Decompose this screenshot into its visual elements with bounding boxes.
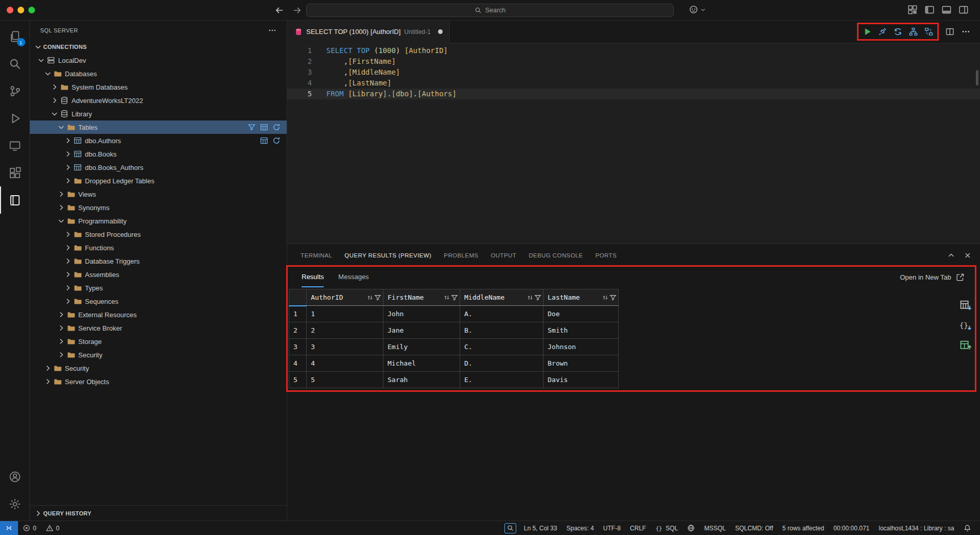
filter-icon[interactable] xyxy=(451,294,458,301)
row-number[interactable]: 2 xyxy=(289,322,307,339)
grid-cell[interactable]: Brown xyxy=(544,355,619,372)
column-header-lastname[interactable]: LastName xyxy=(544,289,619,306)
toggle-primary-sidebar-icon[interactable] xyxy=(924,5,935,15)
refresh-action-icon[interactable] xyxy=(272,123,281,131)
tree-item-localdev[interactable]: LocalDev xyxy=(30,54,287,67)
status-encoding[interactable]: UTF-8 xyxy=(599,521,625,535)
more-actions-icon[interactable] xyxy=(268,26,276,34)
sort-icon[interactable] xyxy=(527,294,534,301)
copilot-button[interactable] xyxy=(689,5,706,14)
sort-icon[interactable] xyxy=(366,294,374,301)
tree-item-dropped-ledger-tables[interactable]: Dropped Ledger Tables xyxy=(30,174,287,187)
sort-icon[interactable] xyxy=(443,294,450,301)
code-line-5[interactable]: 5FROM [Library].[dbo].[Authors] xyxy=(287,89,980,99)
grid-cell[interactable]: Michael xyxy=(383,355,460,372)
editor-tab[interactable]: SELECT TOP (1000) [AuthorID] Untitled-1 xyxy=(287,21,450,43)
close-panel-icon[interactable] xyxy=(964,251,972,260)
status-sqlcmd[interactable]: SQLCMD: Off xyxy=(730,521,778,535)
panel-tab-problems[interactable]: PROBLEMS xyxy=(444,244,478,267)
tree-item-system-databases[interactable]: System Databases xyxy=(30,80,287,94)
panel-tab-output[interactable]: OUTPUT xyxy=(491,244,516,267)
status-errors[interactable]: 0 xyxy=(18,521,41,535)
tree-item-dbo-books[interactable]: dbo.Books xyxy=(30,147,287,161)
status-zoom-indicator[interactable] xyxy=(504,523,516,533)
row-number[interactable]: 1 xyxy=(289,306,307,322)
activity-explorer[interactable]: 1 xyxy=(0,23,30,50)
tree-item-database-triggers[interactable]: Database Triggers xyxy=(30,254,287,268)
tree-item-functions[interactable]: Functions xyxy=(30,241,287,254)
row-number[interactable]: 4 xyxy=(289,355,307,372)
status-locale[interactable] xyxy=(682,521,699,535)
grid-cell[interactable]: E. xyxy=(460,372,544,388)
grid-cell[interactable]: B. xyxy=(460,322,544,339)
open-in-new-tab-button[interactable]: Open in New Tab xyxy=(900,273,965,282)
code-line-1[interactable]: 1SELECT TOP (1000) [AuthorID] xyxy=(287,45,980,56)
panel-tab-ports[interactable]: PORTS xyxy=(596,244,617,267)
status-connection[interactable]: localhost,1434 : Library : sa xyxy=(874,521,959,535)
grid-cell[interactable]: Johnson xyxy=(544,339,619,355)
tree-item-types[interactable]: Types xyxy=(30,281,287,295)
sort-icon[interactable] xyxy=(602,294,609,301)
tree-item-security[interactable]: Security xyxy=(30,361,287,375)
grid-cell[interactable]: John xyxy=(383,306,460,322)
refresh-action-icon[interactable] xyxy=(272,136,281,145)
minimize-window-button[interactable] xyxy=(18,7,24,13)
tree-item-adventureworkslt2022[interactable]: AdventureWorksLT2022 xyxy=(30,94,287,107)
maximize-panel-icon[interactable] xyxy=(947,251,955,260)
tree-item-tables[interactable]: Tables xyxy=(30,120,287,134)
activity-remote-explorer[interactable] xyxy=(0,132,30,159)
tree-item-dbo-authors[interactable]: dbo.Authors xyxy=(30,134,287,147)
tree-item-programmability[interactable]: Programmability xyxy=(30,214,287,228)
status-query-duration[interactable]: 00:00:00.071 xyxy=(829,521,874,535)
activity-run-and-debug[interactable] xyxy=(0,105,30,132)
grid-cell[interactable]: D. xyxy=(460,355,544,372)
grid-cell[interactable]: Smith xyxy=(544,322,619,339)
column-header-authorid[interactable]: AuthorID xyxy=(307,289,383,306)
filter-icon[interactable] xyxy=(374,294,381,301)
tree-item-views[interactable]: Views xyxy=(30,187,287,201)
code-line-3[interactable]: 3 ,[MiddleName] xyxy=(287,67,980,78)
connections-section-header[interactable]: CONNECTIONS xyxy=(30,40,287,54)
status-rows-affected[interactable]: 5 rows affected xyxy=(778,521,829,535)
grid-cell[interactable]: Davis xyxy=(544,372,619,388)
tree-item-server-objects[interactable]: Server Objects xyxy=(30,375,287,388)
change-connection-button[interactable] xyxy=(891,25,905,39)
save-as-excel-button[interactable] xyxy=(959,339,972,352)
disconnect-button[interactable] xyxy=(876,25,889,39)
tree-item-service-broker[interactable]: Service Broker xyxy=(30,321,287,335)
activity-sql-server[interactable] xyxy=(0,186,30,214)
activity-search[interactable] xyxy=(0,50,30,77)
tree-item-security[interactable]: Security xyxy=(30,348,287,361)
column-header-firstname[interactable]: FirstName xyxy=(383,289,460,306)
more-actions-button[interactable] xyxy=(959,25,973,39)
customize-layout-icon[interactable] xyxy=(907,5,918,15)
status-remote-indicator[interactable] xyxy=(0,521,18,535)
panel-tab-terminal[interactable]: TERMINAL xyxy=(301,244,332,267)
status-language-mode[interactable]: {}SQL xyxy=(651,521,682,535)
status-indentation[interactable]: Spaces: 4 xyxy=(562,521,598,535)
run-query-button[interactable] xyxy=(860,25,874,39)
activity-manage[interactable] xyxy=(0,490,30,517)
results-tab[interactable]: Results xyxy=(302,267,324,287)
tree-item-assemblies[interactable]: Assemblies xyxy=(30,268,287,281)
estimated-plan-button[interactable] xyxy=(906,25,920,39)
grid-cell[interactable]: 5 xyxy=(307,372,383,388)
grid-cell[interactable]: Sarah xyxy=(383,372,460,388)
status-eol[interactable]: CRLF xyxy=(625,521,651,535)
scrollbar-thumb[interactable] xyxy=(976,70,978,85)
tree-item-external-resources[interactable]: External Resources xyxy=(30,308,287,321)
panel-tab-debug-console[interactable]: DEBUG CONSOLE xyxy=(529,244,583,267)
modified-indicator[interactable] xyxy=(438,29,443,34)
status-mssql-provider[interactable]: MSSQL xyxy=(699,521,730,535)
go-back-button[interactable] xyxy=(275,6,284,15)
code-line-2[interactable]: 2 ,[FirstName] xyxy=(287,56,980,67)
select-all-corner[interactable] xyxy=(289,289,307,306)
status-notifications[interactable] xyxy=(959,521,976,535)
tree-item-dbo-books-authors[interactable]: dbo.Books_Authors xyxy=(30,161,287,174)
filter-action-icon[interactable] xyxy=(248,123,256,131)
close-window-button[interactable] xyxy=(7,7,13,13)
grid-cell[interactable]: A. xyxy=(460,306,544,322)
status-cursor-position[interactable]: Ln 5, Col 33 xyxy=(519,521,562,535)
table-action-icon[interactable] xyxy=(260,136,268,145)
toggle-panel-icon[interactable] xyxy=(941,5,952,15)
